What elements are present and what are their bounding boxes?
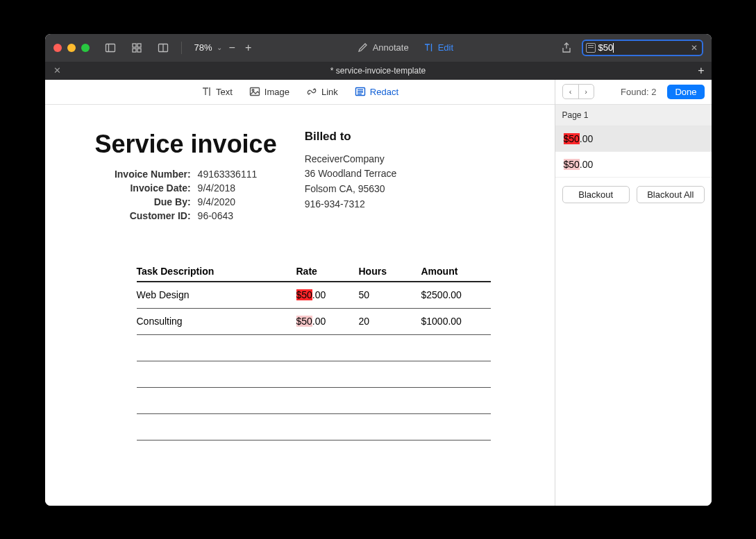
sidebar-icon <box>105 42 116 53</box>
minimize-window[interactable] <box>67 44 76 52</box>
meta-date-label: Invoice Date: <box>95 182 191 194</box>
meta-due-label: Due By: <box>95 196 191 207</box>
cell-amount: $2500.00 <box>421 282 491 309</box>
page-1: Service invoice Invoice Number: 49163336… <box>62 117 555 440</box>
invoice-table: Task Description Rate Hours Amount Web D… <box>137 260 555 440</box>
invoice-title: Service invoice <box>95 130 277 159</box>
search-result[interactable]: $50.00 <box>555 126 712 152</box>
share-icon <box>561 42 572 53</box>
fullscreen-window[interactable] <box>81 44 90 52</box>
search-sidebar: ‹ › Found: 2 Done Page 1 $50.00 $50.00 B… <box>555 80 712 506</box>
edit-button[interactable]: Edit <box>419 41 457 55</box>
close-window[interactable] <box>53 44 62 52</box>
prev-result-button[interactable]: ‹ <box>563 85 578 99</box>
done-button[interactable]: Done <box>667 85 704 99</box>
tool-text[interactable]: Text <box>201 86 233 97</box>
image-icon <box>249 86 260 97</box>
zoom-value[interactable]: 78% <box>194 42 212 53</box>
svg-rect-5 <box>137 49 141 52</box>
invoice-meta: Invoice Number: 49163336111 Invoice Date… <box>95 169 277 221</box>
tab-title[interactable]: * service-invoice-template <box>45 66 712 76</box>
window-controls <box>53 44 90 52</box>
svg-rect-3 <box>137 44 141 47</box>
table-row <box>137 361 555 388</box>
billed-company: ReceiverCompany <box>305 152 397 167</box>
meta-date: 9/4/2018 <box>198 182 277 194</box>
table-header: Task Description Rate Hours Amount <box>137 260 555 282</box>
billed-to-label: Billed to <box>305 130 397 144</box>
results-list[interactable]: Page 1 $50.00 $50.00 Blackout Blackout A… <box>555 105 712 506</box>
svg-rect-14 <box>358 92 363 93</box>
link-icon <box>306 86 317 97</box>
clear-search-icon[interactable]: ✕ <box>689 43 699 53</box>
search-filter-icon[interactable] <box>586 43 596 53</box>
zoom-out-button[interactable]: − <box>226 42 238 54</box>
col-desc: Task Description <box>137 260 296 282</box>
tool-redact[interactable]: Redact <box>355 86 398 97</box>
share-button[interactable] <box>557 41 576 55</box>
tool-image[interactable]: Image <box>249 86 289 97</box>
svg-rect-4 <box>133 49 136 52</box>
table-row <box>137 414 555 440</box>
search-highlight: $50 <box>296 316 312 327</box>
meta-customer-label: Customer ID: <box>95 210 191 221</box>
search-highlight: $50 <box>296 289 312 300</box>
meta-number-label: Invoice Number: <box>95 169 191 180</box>
two-page-toggle[interactable] <box>153 41 173 55</box>
svg-rect-2 <box>133 44 136 47</box>
grid-icon <box>131 42 142 53</box>
col-rate: Rate <box>296 260 359 282</box>
result-highlight: $50 <box>564 133 580 144</box>
col-hours: Hours <box>359 260 421 282</box>
edit-label: Edit <box>438 42 453 53</box>
table-row: Consulting $50.00 20 $1000.00 <box>137 309 555 335</box>
redact-icon <box>355 86 366 97</box>
sidebar-toggle[interactable] <box>101 41 120 55</box>
separator <box>181 42 182 54</box>
tool-redact-label: Redact <box>370 87 398 97</box>
annotate-button[interactable]: Annotate <box>353 41 413 55</box>
cell-hours: 50 <box>359 282 421 309</box>
result-nav: ‹ › <box>562 84 594 99</box>
blackout-all-button[interactable]: Blackout All <box>637 186 705 203</box>
main-area: Text Image Link Redact <box>45 80 712 506</box>
cell-desc: Consulting <box>137 309 296 335</box>
zoom-control: 78% ⌄ − + <box>194 42 255 54</box>
result-highlight: $50 <box>564 159 580 170</box>
svg-rect-0 <box>106 44 115 51</box>
blackout-button[interactable]: Blackout <box>562 186 630 203</box>
document-scroll[interactable]: Service invoice Invoice Number: 49163336… <box>45 105 555 506</box>
tab-bar: ✕ * service-invoice-template + <box>45 62 712 80</box>
zoom-in-button[interactable]: + <box>242 42 254 54</box>
col-amount: Amount <box>421 260 491 282</box>
titlebar: 78% ⌄ − + Annotate Edit $50 ✕ <box>45 34 712 62</box>
pencil-icon <box>358 42 369 53</box>
search-field[interactable]: $50 ✕ <box>582 40 703 56</box>
text-icon <box>201 86 212 97</box>
next-result-button[interactable]: › <box>578 85 594 99</box>
cell-rate: $50.00 <box>296 282 359 309</box>
found-count: Found: 2 <box>621 87 656 97</box>
edit-toolbar: Text Image Link Redact <box>45 80 555 105</box>
billed-street: 36 Woodland Terrace <box>305 166 397 182</box>
search-result[interactable]: $50.00 <box>555 152 712 178</box>
close-tab-icon[interactable]: ✕ <box>53 65 61 76</box>
thumbnails-toggle[interactable] <box>127 41 146 55</box>
cell-amount: $1000.00 <box>421 309 491 335</box>
meta-customer: 96-0643 <box>198 210 277 221</box>
sidebar-header: ‹ › Found: 2 Done <box>555 80 712 105</box>
billed-city: Folsom CA, 95630 <box>305 182 397 197</box>
new-tab-icon[interactable]: + <box>698 65 704 77</box>
table-row <box>137 335 555 361</box>
svg-point-11 <box>252 89 254 92</box>
tool-text-label: Text <box>216 87 233 97</box>
annotate-label: Annotate <box>373 42 409 53</box>
tool-link[interactable]: Link <box>306 86 338 97</box>
meta-due: 9/4/2020 <box>198 196 277 207</box>
table-row <box>137 388 555 414</box>
cell-hours: 20 <box>359 309 421 335</box>
search-input[interactable]: $50 <box>598 42 687 53</box>
document-pane: Text Image Link Redact <box>45 80 555 506</box>
view-group <box>101 41 173 55</box>
chevron-down-icon[interactable]: ⌄ <box>217 44 222 51</box>
